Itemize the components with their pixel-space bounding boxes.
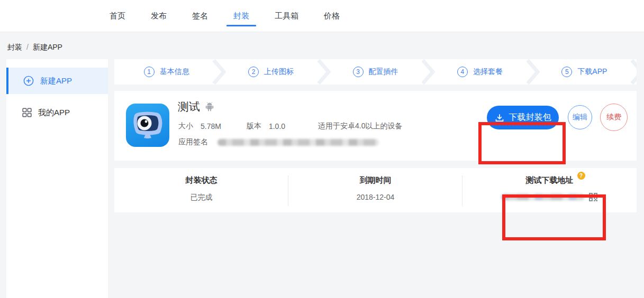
renew-button[interactable]: 续费	[600, 104, 628, 131]
top-nav: 首页 发布 签名 封装 工具箱 价格	[0, 0, 644, 32]
step-number: 1	[144, 67, 155, 77]
column-test-download-url: 测试下载地址 ?	[462, 168, 637, 212]
redacted-test-download-url[interactable]	[501, 194, 585, 200]
chevron-right-icon	[526, 59, 540, 85]
column-header: 到期时间	[360, 175, 392, 185]
step-number: 4	[457, 67, 468, 77]
size-value: 5.78M	[201, 122, 221, 131]
step-5-download-app[interactable]: 5 下载APP	[532, 59, 637, 85]
breadcrumb-current: 新建APP	[33, 43, 62, 51]
step-label: 上传图标	[264, 67, 294, 77]
nav-tab-signature[interactable]: 签名	[192, 0, 208, 32]
chevron-right-icon	[212, 59, 226, 85]
version-label: 版本	[247, 122, 261, 131]
app-name: 测试	[178, 99, 200, 114]
download-package-button[interactable]: 下载封装包	[487, 106, 559, 129]
nav-tab-home[interactable]: 首页	[110, 0, 125, 32]
nav-tab-package[interactable]: 封装	[233, 0, 249, 32]
plus-circle-icon	[23, 76, 34, 86]
step-label: 基本信息	[160, 67, 189, 77]
step-number: 2	[248, 67, 259, 77]
download-icon	[495, 113, 504, 123]
package-status-value: 已完成	[191, 193, 213, 202]
android-icon	[205, 102, 214, 111]
status-table: 封装状态 已完成 到期时间 2018-12-04 测试下载地址 ?	[114, 168, 637, 212]
workspace: 封装/新建APP 新建APP 我的APP 1 基本信息 2	[0, 32, 644, 298]
app-meta: 大小 5.78M 版本 1.0.0 适用于安卓4.0以上的设备	[178, 122, 403, 131]
step-2-upload-icon[interactable]: 2 上传图标	[219, 59, 323, 85]
step-number: 5	[561, 67, 572, 77]
chevron-right-icon	[421, 59, 435, 85]
sidebar: 新建APP 我的APP	[6, 59, 108, 298]
nav-tab-publish[interactable]: 发布	[151, 0, 167, 32]
nav-tab-price[interactable]: 价格	[324, 0, 340, 32]
chevron-right-icon	[317, 59, 331, 85]
column-expiry-date: 到期时间 2018-12-04	[288, 168, 462, 212]
size-label: 大小	[178, 122, 193, 131]
app-card: 测试 大小 5.78M 版本 1.0.0 适用于安卓4.0以上的设备 应用签名	[114, 91, 637, 161]
column-header: 封装状态	[186, 175, 217, 185]
step-number: 3	[353, 67, 364, 77]
sidebar-item-label: 我的APP	[38, 108, 70, 118]
nav-tab-toolbox[interactable]: 工具箱	[275, 0, 298, 32]
step-3-configure-plugins[interactable]: 3 配置插件	[323, 59, 428, 85]
sidebar-item-new-app[interactable]: 新建APP	[6, 68, 108, 94]
column-package-status: 封装状态 已完成	[114, 168, 288, 212]
breadcrumb-separator: /	[26, 43, 29, 51]
compatibility-text: 适用于安卓4.0以上的设备	[318, 122, 402, 131]
breadcrumb: 封装/新建APP	[7, 43, 62, 52]
chevron-right-icon	[630, 59, 637, 85]
sidebar-item-my-app[interactable]: 我的APP	[6, 99, 108, 126]
grid-icon	[22, 108, 32, 117]
expiry-date-value: 2018-12-04	[357, 193, 395, 201]
step-label: 选择套餐	[473, 67, 503, 77]
step-1-basic-info[interactable]: 1 基本信息	[114, 59, 219, 85]
app-icon	[126, 104, 169, 147]
sidebar-item-label: 新建APP	[40, 76, 72, 86]
question-icon[interactable]: ?	[577, 172, 585, 180]
edit-button[interactable]: 编辑	[568, 105, 592, 129]
breadcrumb-section[interactable]: 封装	[7, 43, 22, 51]
main-content: 1 基本信息 2 上传图标 3 配置插件 4 选择套餐 5 下载APP	[114, 59, 637, 212]
download-button-label: 下载封装包	[509, 112, 551, 123]
step-label: 配置插件	[369, 67, 398, 77]
signature-label: 应用签名	[178, 137, 208, 147]
qrcode-icon[interactable]	[588, 192, 598, 202]
steps-bar: 1 基本信息 2 上传图标 3 配置插件 4 选择套餐 5 下载APP	[114, 59, 637, 85]
test-download-url-cell	[501, 192, 598, 202]
step-4-select-plan[interactable]: 4 选择套餐	[428, 59, 532, 85]
column-header: 测试下载地址 ?	[526, 175, 574, 185]
redacted-signature	[217, 139, 379, 146]
version-value: 1.0.0	[269, 122, 285, 131]
step-label: 下载APP	[577, 67, 607, 77]
